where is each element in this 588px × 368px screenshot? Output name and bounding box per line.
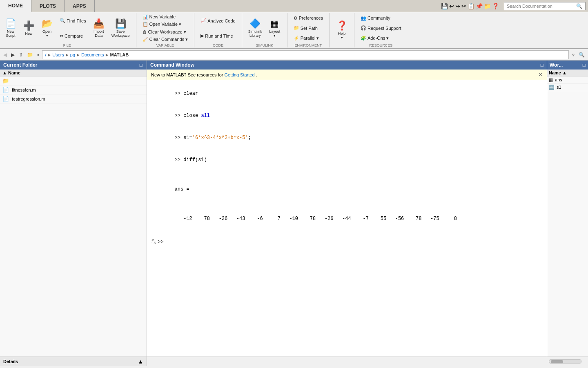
center-panel: Command Window □ New to MATLAB? See reso… xyxy=(147,61,547,357)
workspace-name-header[interactable]: Name ▲ xyxy=(547,70,588,76)
import-data-button[interactable]: 📥 ImportData xyxy=(90,13,108,43)
open-variable-button[interactable]: 📋 Open Variable ▾ xyxy=(140,21,190,28)
parallel-button[interactable]: ⚡ Parallel ▾ xyxy=(292,35,325,42)
ribbon-group-help: ❓ Help▾ xyxy=(331,12,352,48)
layout-button[interactable]: ▦ Layout▾ xyxy=(266,13,284,43)
breadcrumb-root[interactable]: / xyxy=(45,52,46,57)
nav-up-button[interactable]: ⇧ xyxy=(17,51,24,59)
workspace-collapse-button[interactable]: □ xyxy=(583,62,586,68)
tab-home[interactable]: HOME xyxy=(0,0,31,12)
breadcrumb-documents[interactable]: Documents xyxy=(81,52,104,57)
add-ons-button[interactable]: 🧩 Add-Ons ▾ xyxy=(359,35,403,42)
code-small-buttons: 📈 Analyze Code ▶ Run and Time xyxy=(198,13,238,43)
new-button[interactable]: ➕ New xyxy=(20,13,37,43)
icon-redo[interactable]: ↪ xyxy=(455,3,460,9)
open-icon: 📂 xyxy=(42,19,53,29)
find-files-button[interactable]: 🔍 Find Files xyxy=(58,17,88,24)
cmd-line-2: >> close all xyxy=(151,105,543,127)
tab-plots[interactable]: PLOTS xyxy=(31,0,65,12)
simulink-library-icon: 🔷 xyxy=(249,19,261,29)
cmd-blank-1 xyxy=(151,171,543,178)
save-workspace-button[interactable]: 💾 SaveWorkspace xyxy=(109,13,133,43)
community-button[interactable]: 👥 Community xyxy=(359,15,403,22)
icon-paste[interactable]: 📌 xyxy=(476,3,483,9)
compare-button[interactable]: ⇔ Compare xyxy=(58,32,88,39)
open-button[interactable]: 📂 Open▾ xyxy=(38,13,56,43)
icon-cut[interactable]: ✂ xyxy=(461,3,466,9)
nav-search-button[interactable]: 🔍 xyxy=(577,51,586,59)
environment-group-label: ENVIRONMENT xyxy=(289,43,327,48)
icon-save-file[interactable]: 💾 xyxy=(441,3,448,9)
layout-label: Layout▾ xyxy=(269,29,280,38)
request-support-button[interactable]: 🎧 Request Support xyxy=(359,25,403,31)
ribbon-group-file: 📄 NewScript ➕ New 📂 Open▾ 🔍 Find Files xyxy=(0,12,134,48)
current-folder-header: Current Folder □ xyxy=(0,61,147,70)
icon-folder-nav[interactable]: 📁 xyxy=(484,3,491,9)
import-data-icon: 📥 xyxy=(93,19,104,29)
nav-folder-button[interactable]: ▪ xyxy=(36,51,40,59)
analyze-code-icon: 📈 xyxy=(200,18,206,23)
tab-bar: HOME PLOTS APPS 💾 ↩ ↪ ✂ 📋 📌 📁 ❓ 🔍 xyxy=(0,0,588,12)
breadcrumb: / ► Users ► pg ► Documents ► MATLAB xyxy=(42,50,569,59)
table-row[interactable]: 📄 testregression.m xyxy=(0,94,147,103)
new-variable-button[interactable]: 📊 New Variable xyxy=(140,13,190,20)
current-folder-collapse-button[interactable]: □ xyxy=(139,62,143,68)
tab-apps[interactable]: APPS xyxy=(65,0,95,12)
breadcrumb-pg[interactable]: pg xyxy=(70,52,75,57)
set-path-button[interactable]: 📁 Set Path xyxy=(292,25,325,31)
command-input[interactable] xyxy=(164,239,543,245)
clear-commands-button[interactable]: 🧹 Clear Commands ▾ xyxy=(140,36,190,43)
icon-copy[interactable]: 📋 xyxy=(468,3,474,9)
table-row[interactable]: 📁 xyxy=(0,76,147,85)
command-window-collapse-button[interactable]: □ xyxy=(541,62,543,68)
toolbar-icons: 💾 ↩ ↪ ✂ 📋 📌 📁 ❓ xyxy=(439,0,501,12)
preferences-icon: ⚙ xyxy=(294,16,298,21)
ribbon-code-content: 📈 Analyze Code ▶ Run and Time xyxy=(196,12,240,43)
notice-text: New to MATLAB? See resources for Getting… xyxy=(151,72,257,77)
current-folder-title: Current Folder xyxy=(3,62,37,68)
clear-workspace-label: Clear Workspace ▾ xyxy=(148,29,186,35)
open-variable-icon: 📋 xyxy=(143,22,148,27)
workspace-row-ans[interactable]: ▦ ans xyxy=(547,76,588,84)
icon-undo[interactable]: ↩ xyxy=(449,3,454,9)
cmd-input-line: fx >> xyxy=(151,239,543,245)
horizontal-scrollbar[interactable] xyxy=(549,359,581,364)
nav-forward-button[interactable]: ▶ xyxy=(9,51,16,59)
workspace-table: Name ▲ ▦ ans 🔤 s1 xyxy=(547,70,588,91)
resources-group-label: RESOURCES xyxy=(356,43,406,48)
help-button[interactable]: ❓ Help▾ xyxy=(333,13,351,47)
bottom-details: Details ▲ xyxy=(0,357,588,366)
file-name-3: testregression.m xyxy=(12,96,45,101)
ribbon-variable-content: 📊 New Variable 📋 Open Variable ▾ 🗑 Clear… xyxy=(138,12,193,43)
run-and-time-button[interactable]: ▶ Run and Time xyxy=(198,32,238,39)
icon-help[interactable]: ❓ xyxy=(492,3,499,9)
code-group-label: CODE xyxy=(196,43,240,48)
notice-close-button[interactable]: ✕ xyxy=(538,72,543,78)
ribbon-group-code: 📈 Analyze Code ▶ Run and Time CODE xyxy=(196,12,240,48)
breadcrumb-sep-1: ► xyxy=(47,52,51,57)
breadcrumb-users[interactable]: Users xyxy=(52,52,64,57)
nav-dropdown-button[interactable]: ▿ xyxy=(570,51,576,59)
clear-workspace-button[interactable]: 🗑 Clear Workspace ▾ xyxy=(140,29,190,36)
help-group-label xyxy=(331,47,352,48)
parallel-label: Parallel ▾ xyxy=(301,36,319,41)
table-row[interactable]: 📄 fitnessfcn.m xyxy=(0,85,147,94)
details-expand-icon[interactable]: ▲ xyxy=(138,358,143,365)
breadcrumb-matlab: MATLAB xyxy=(110,52,129,57)
simulink-library-button[interactable]: 🔷 SimulinkLibrary xyxy=(245,13,265,43)
nav-back-button[interactable]: ◀ xyxy=(2,51,9,59)
breadcrumb-sep-4: ► xyxy=(105,52,109,57)
workspace-ans-icon: ▦ xyxy=(549,77,553,82)
new-script-button[interactable]: 📄 NewScript xyxy=(2,13,20,43)
layout-icon: ▦ xyxy=(270,19,279,29)
open-label: Open▾ xyxy=(42,29,51,38)
analyze-code-button[interactable]: 📈 Analyze Code xyxy=(198,17,238,24)
preferences-button[interactable]: ⚙ Preferences xyxy=(292,15,325,22)
search-input[interactable] xyxy=(507,4,576,9)
workspace-row-s1[interactable]: 🔤 s1 xyxy=(547,84,588,91)
add-ons-icon: 🧩 xyxy=(361,36,366,41)
folder-table: ▲ Name 📁 📄 fi xyxy=(0,70,147,103)
getting-started-link[interactable]: Getting Started xyxy=(225,72,255,77)
folder-name-header[interactable]: ▲ Name xyxy=(0,70,147,76)
nav-browse-button[interactable]: 📁 xyxy=(25,51,35,59)
